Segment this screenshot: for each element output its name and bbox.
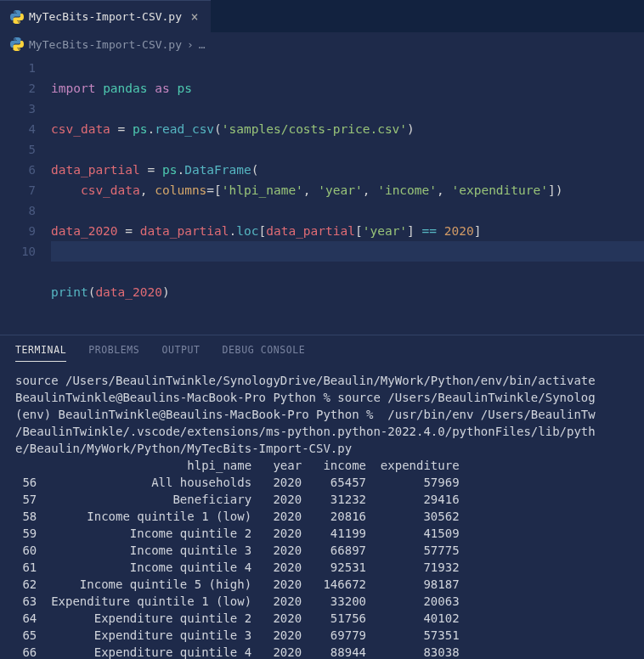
- breadcrumb-filename: MyTecBits-Import-CSV.py: [29, 38, 182, 51]
- tab-terminal[interactable]: TERMINAL: [15, 344, 66, 362]
- terminal-content[interactable]: source /Users/BeaulinTwinkle/SynologyDri…: [0, 369, 644, 659]
- editor-tab[interactable]: MyTecBits-Import-CSV.py ×: [0, 0, 211, 32]
- tab-problems[interactable]: PROBLEMS: [88, 344, 139, 362]
- python-icon: [10, 37, 24, 51]
- close-icon[interactable]: ×: [187, 9, 202, 25]
- tab-output[interactable]: OUTPUT: [161, 344, 200, 362]
- python-icon: [10, 10, 24, 24]
- code-content[interactable]: import pandas as ps csv_data = ps.read_c…: [51, 58, 644, 323]
- tab-filename: MyTecBits-Import-CSV.py: [29, 10, 182, 23]
- chevron-right-icon: ›: [187, 38, 194, 51]
- tab-bar: MyTecBits-Import-CSV.py ×: [0, 0, 644, 32]
- panel-tabs: TERMINAL PROBLEMS OUTPUT DEBUG CONSOLE: [0, 335, 644, 369]
- code-editor[interactable]: 12345678910 import pandas as ps csv_data…: [0, 56, 644, 323]
- breadcrumb[interactable]: MyTecBits-Import-CSV.py › …: [0, 32, 644, 56]
- bottom-panel: TERMINAL PROBLEMS OUTPUT DEBUG CONSOLE s…: [0, 335, 644, 659]
- breadcrumb-ellipsis: …: [199, 38, 206, 51]
- tab-debug-console[interactable]: DEBUG CONSOLE: [223, 344, 306, 362]
- line-gutter: 12345678910: [0, 58, 51, 323]
